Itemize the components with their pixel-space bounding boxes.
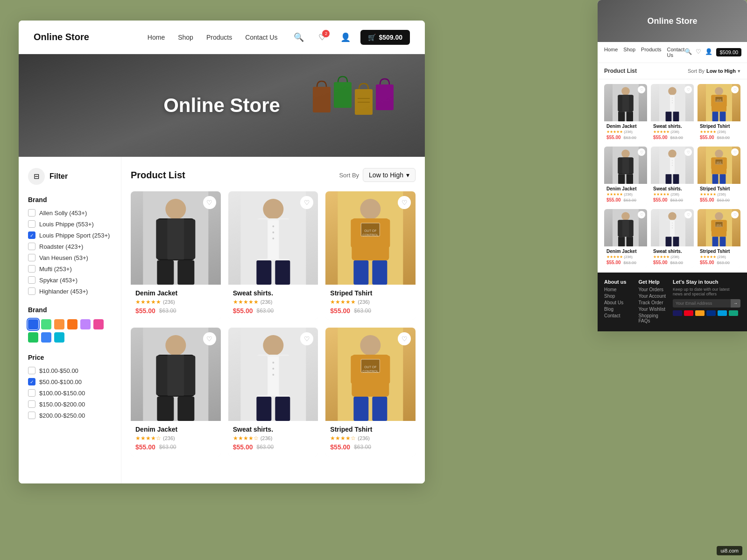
product-card[interactable]: ♡ Sweat shirts. ★★★★☆ (236) $55.00 $63.0… bbox=[228, 328, 318, 456]
wishlist-button[interactable]: ♡ 2 bbox=[314, 29, 331, 46]
brand-item[interactable]: Allen Solly (453+) bbox=[28, 209, 112, 217]
back-cart-button[interactable]: $509.00 bbox=[716, 48, 741, 56]
back-wishlist-button[interactable]: ♡ bbox=[684, 148, 692, 156]
color-swatch[interactable] bbox=[54, 319, 64, 329]
nav-products[interactable]: Products bbox=[206, 34, 232, 41]
price-item[interactable]: $10.00-$50.00 bbox=[28, 367, 112, 374]
back-footer-link[interactable]: Track Order bbox=[639, 300, 669, 305]
brand-item[interactable]: Roadster (423+) bbox=[28, 243, 112, 250]
back-sort-value[interactable]: Low to High bbox=[706, 68, 736, 74]
back-product-card[interactable]: OUT OF CONTROL ♡ Striped Tshirt ★★★★★ (2… bbox=[698, 147, 740, 205]
product-card[interactable]: ♡ Denim Jacket ★★★★★ (236) $55.00 $63.00 bbox=[131, 191, 221, 320]
nav-home[interactable]: Home bbox=[148, 34, 165, 41]
brand-item[interactable]: Louis Phippe (553+) bbox=[28, 220, 112, 228]
color-swatch[interactable] bbox=[28, 319, 38, 329]
back-nav-home[interactable]: Home bbox=[604, 47, 618, 58]
price-checkbox[interactable] bbox=[28, 367, 35, 374]
back-wishlist-button[interactable]: ♡ bbox=[684, 86, 692, 93]
product-card[interactable]: OUT OF CONTROL ♡ Striped Tshirt ★★★★☆ (2… bbox=[325, 328, 416, 456]
filter-icon-button[interactable]: ⊟ bbox=[28, 168, 45, 185]
back-footer-subscribe-button[interactable]: → bbox=[731, 299, 740, 308]
back-sort-chevron-icon[interactable]: ▾ bbox=[738, 68, 740, 74]
brand-checkbox[interactable] bbox=[28, 276, 35, 284]
account-button[interactable]: 👤 bbox=[337, 29, 354, 46]
brand-checkbox[interactable] bbox=[28, 209, 35, 217]
back-product-card[interactable]: ♡ Sweat shirts. ★★★★★ (236) $55.00 $63.0… bbox=[651, 209, 694, 268]
product-card[interactable]: OUT OF CONTROL ♡ Striped Tshirt ★★★★★ (2… bbox=[325, 191, 416, 320]
product-card[interactable]: ♡ Denim Jacket ★★★★☆ (236) $55.00 $63.00 bbox=[131, 328, 221, 456]
back-nav-products[interactable]: Products bbox=[641, 47, 661, 58]
brand-checkbox[interactable] bbox=[28, 265, 35, 273]
color-swatch[interactable] bbox=[41, 332, 51, 343]
price-checkbox[interactable] bbox=[28, 389, 35, 397]
back-wishlist-button[interactable]: ♡ bbox=[638, 148, 645, 156]
brand-checkbox[interactable] bbox=[28, 287, 35, 295]
back-wishlist-button[interactable]: ♡ bbox=[731, 211, 739, 218]
back-footer-link[interactable]: Shopping FAQs bbox=[639, 313, 669, 323]
sort-dropdown[interactable]: Low to High ▾ bbox=[363, 168, 416, 182]
svg-point-107 bbox=[272, 225, 274, 227]
back-footer-link[interactable]: Your Account bbox=[639, 294, 669, 299]
color-swatch[interactable] bbox=[41, 319, 51, 329]
price-item[interactable]: $100.00-$150.00 bbox=[28, 389, 112, 397]
back-nav-contact[interactable]: Contact Us bbox=[667, 47, 684, 58]
back-wishlist-button[interactable]: ♡ bbox=[638, 211, 645, 218]
back-footer-link[interactable]: Your Wishlist bbox=[639, 307, 669, 312]
search-button[interactable]: 🔍 bbox=[290, 29, 307, 46]
back-product-card[interactable]: ♡ Denim Jacket ★★★★★ (236) $55.00 $63.00 bbox=[604, 209, 647, 268]
color-swatch[interactable] bbox=[54, 332, 64, 343]
brand-checkbox[interactable]: ✓ bbox=[28, 231, 35, 239]
back-product-card[interactable]: OUT OF CONTROL ♡ Striped Tshirt ★★★★★ (2… bbox=[698, 209, 740, 268]
brand-item[interactable]: Van Heusen (53+) bbox=[28, 254, 112, 261]
color-swatch[interactable] bbox=[93, 319, 104, 329]
wishlist-add-button[interactable]: ♡ bbox=[203, 332, 216, 345]
back-footer-link[interactable]: About Us bbox=[604, 300, 634, 305]
back-product-card[interactable]: OUT OF CONTROL ♡ Striped Tshirt ★★★★★ (2… bbox=[698, 84, 740, 143]
back-product-card[interactable]: ♡ Sweat shirts. ★★★★★ (236) $55.00 $63.0… bbox=[651, 147, 694, 205]
price-item[interactable]: ✓$50.00-$100.00 bbox=[28, 378, 112, 385]
payment-icon bbox=[718, 310, 727, 316]
color-swatch[interactable] bbox=[67, 319, 78, 329]
back-footer-link[interactable]: Contact bbox=[604, 313, 634, 318]
price-checkbox[interactable] bbox=[28, 412, 35, 419]
color-swatch[interactable] bbox=[80, 319, 91, 329]
price-checkbox[interactable] bbox=[28, 400, 35, 408]
back-footer-link[interactable]: Home bbox=[604, 287, 634, 292]
brand-checkbox[interactable] bbox=[28, 243, 35, 250]
brand-item[interactable]: Spykar (453+) bbox=[28, 276, 112, 284]
brand-item[interactable]: ✓Louis Phippe Sport (253+) bbox=[28, 231, 112, 239]
brand-item[interactable]: Highlander (453+) bbox=[28, 287, 112, 295]
back-heart-icon[interactable]: ♡ bbox=[696, 48, 701, 56]
back-wishlist-button[interactable]: ♡ bbox=[731, 86, 739, 93]
nav-contact[interactable]: Contact Us bbox=[245, 34, 277, 41]
back-sort-label: Sort By bbox=[688, 68, 705, 74]
back-footer-link[interactable]: Blog bbox=[604, 307, 634, 312]
svg-rect-98 bbox=[167, 218, 184, 259]
price-group: $55.00 $63.00 bbox=[233, 443, 314, 451]
price-checkbox[interactable]: ✓ bbox=[28, 378, 35, 385]
brand-checkbox[interactable] bbox=[28, 220, 35, 228]
back-footer-link[interactable]: Shop bbox=[604, 294, 634, 299]
wishlist-add-button[interactable]: ♡ bbox=[398, 332, 411, 345]
cart-button[interactable]: 🛒 $509.00 bbox=[360, 30, 410, 45]
back-wishlist-button[interactable]: ♡ bbox=[731, 148, 739, 156]
brand-checkbox[interactable] bbox=[28, 254, 35, 261]
nav-shop[interactable]: Shop bbox=[178, 34, 193, 41]
back-product-card[interactable]: ♡ Denim Jacket ★★★★★ (236) $55.00 $63.00 bbox=[604, 84, 647, 143]
wishlist-add-button[interactable]: ♡ bbox=[203, 196, 216, 209]
back-footer-link[interactable]: Your Orders bbox=[639, 287, 669, 292]
back-user-icon[interactable]: 👤 bbox=[705, 48, 712, 56]
back-footer-email-input[interactable] bbox=[673, 299, 731, 308]
brand-item[interactable]: Mufti (253+) bbox=[28, 265, 112, 273]
color-swatch[interactable] bbox=[28, 332, 38, 343]
product-card[interactable]: ♡ Sweat shirts. ★★★★★ (236) $55.00 $63.0… bbox=[228, 191, 318, 320]
back-product-card[interactable]: ♡ Denim Jacket ★★★★★ (236) $55.00 $63.00 bbox=[604, 147, 647, 205]
back-search-icon[interactable]: 🔍 bbox=[684, 48, 692, 56]
back-nav-shop[interactable]: Shop bbox=[623, 47, 635, 58]
back-wishlist-button[interactable]: ♡ bbox=[638, 86, 645, 93]
wishlist-add-button[interactable]: ♡ bbox=[398, 196, 411, 209]
price-item[interactable]: $200.00-$250.00 bbox=[28, 412, 112, 419]
back-product-card[interactable]: ♡ Sweat shirts. ★★★★★ (236) $55.00 $63.0… bbox=[651, 84, 694, 143]
back-wishlist-button[interactable]: ♡ bbox=[684, 211, 692, 218]
price-item[interactable]: $150.00-$200.00 bbox=[28, 400, 112, 408]
